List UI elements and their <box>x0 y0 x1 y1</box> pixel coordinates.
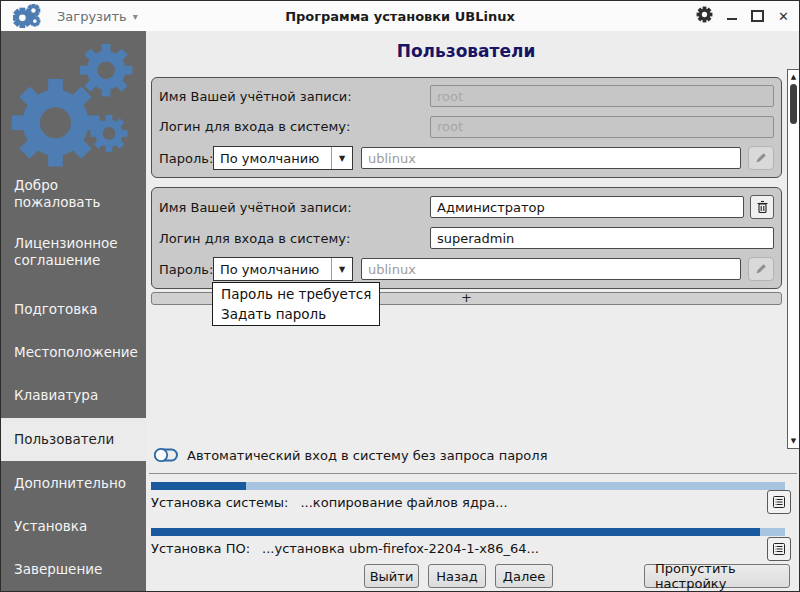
quit-button[interactable]: Выйти <box>364 564 419 588</box>
login-input <box>430 116 774 138</box>
titlebar: Загрузить ▾ Программа установки UBLinux … <box>1 1 799 32</box>
journal-icon <box>772 542 786 556</box>
sidebar-item-installation[interactable]: Установка <box>14 518 132 535</box>
combo-arrow-icon[interactable]: ▼ <box>331 147 352 169</box>
menu-item-no-password[interactable]: Пароль не требуется <box>213 284 379 304</box>
software-progress-label: Установка ПО: <box>151 541 250 556</box>
load-menu-button[interactable]: Загрузить ▾ <box>57 9 138 24</box>
account-name-input <box>430 85 774 107</box>
login-label: Логин для входа в систему: <box>159 231 430 246</box>
password-input <box>361 258 741 280</box>
password-mode-menu: Пароль не требуется Задать пароль <box>212 282 380 326</box>
system-progress-row: Установка системы:...копирование файлов … <box>151 495 508 510</box>
password-input <box>361 147 741 169</box>
scrollbar-thumb[interactable] <box>790 84 797 124</box>
sidebar-item-license[interactable]: Лицензионное соглашение <box>14 235 132 269</box>
system-progressbar <box>151 482 785 490</box>
autologin-row: Автоматический вход в систему без запрос… <box>153 447 547 463</box>
sidebar-item-location[interactable]: Местоположение <box>14 344 132 361</box>
close-button[interactable]: ✕ <box>778 10 789 23</box>
software-progressbar <box>151 528 785 536</box>
password-mode-select-open[interactable]: По умолчанию ▼ <box>213 257 353 281</box>
system-log-button[interactable] <box>767 490 791 514</box>
delete-user-button[interactable] <box>750 195 774 219</box>
user-card-root: Имя Вашей учётной записи: Логин для вход… <box>151 77 782 178</box>
sidebar-item-users[interactable]: Пользователи <box>1 418 146 461</box>
vertical-scrollbar[interactable]: ▲ ▼ <box>787 69 800 449</box>
toggle-off-icon[interactable] <box>153 447 179 463</box>
sidebar-item-welcome[interactable]: Добро пожаловать <box>14 177 132 211</box>
password-label: Пароль: <box>159 262 213 277</box>
load-menu-label: Загрузить <box>57 9 127 24</box>
minimize-button[interactable] <box>727 18 737 20</box>
gears-logo-icon <box>7 39 139 189</box>
trash-icon <box>756 200 769 214</box>
password-label: Пароль: <box>159 151 213 166</box>
account-name-input[interactable] <box>430 196 744 218</box>
scroll-down-icon[interactable]: ▼ <box>788 437 799 445</box>
account-name-label: Имя Вашей учётной записи: <box>159 200 430 215</box>
maximize-button[interactable] <box>751 10 764 22</box>
skip-setup-button[interactable]: Пропустить настройку <box>644 564 790 588</box>
sidebar-item-users-label: Пользователи <box>1 431 114 448</box>
edit-password-button[interactable] <box>748 257 774 281</box>
divider <box>149 473 797 474</box>
software-progress-status: ...установка ubm-firefox-2204-1-x86_64..… <box>262 541 539 556</box>
chevron-down-icon: ▾ <box>133 11 138 22</box>
sidebar-item-keyboard[interactable]: Клавиатура <box>14 387 132 404</box>
main-area: Пользователи ▲ ▼ Имя Вашей учётной запис… <box>146 31 799 591</box>
combo-arrow-icon[interactable]: ▼ <box>331 258 352 280</box>
software-progress-row: Установка ПО:...установка ubm-firefox-22… <box>151 541 539 556</box>
scroll-up-icon[interactable]: ▲ <box>788 73 799 81</box>
journal-icon <box>772 495 786 509</box>
edit-password-button[interactable] <box>748 146 774 170</box>
password-mode-select[interactable]: По умолчанию ▼ <box>213 146 353 170</box>
settings-gear-icon[interactable] <box>696 6 713 27</box>
software-log-button[interactable] <box>767 537 791 561</box>
sidebar: Добро пожаловать Лицензионное соглашение… <box>1 31 147 591</box>
login-label: Логин для входа в систему: <box>159 119 430 134</box>
user-card-admin: Имя Вашей учётной записи: Ло <box>151 187 782 289</box>
next-button[interactable]: Далее <box>495 564 553 588</box>
app-logo-icon <box>13 4 41 28</box>
installer-window: Загрузить ▾ Программа установки UBLinux … <box>0 0 800 592</box>
system-progress-fill <box>151 482 246 490</box>
password-mode-value: По умолчанию <box>214 262 331 277</box>
pencil-icon <box>754 262 768 276</box>
sidebar-item-finish[interactable]: Завершение <box>14 561 132 578</box>
system-progress-label: Установка системы: <box>151 495 288 510</box>
sidebar-item-preparation[interactable]: Подготовка <box>14 301 132 318</box>
software-progress-fill <box>151 528 760 536</box>
system-progress-status: ...копирование файлов ядра... <box>300 495 507 510</box>
sidebar-item-additional[interactable]: Дополнительно <box>14 475 132 492</box>
account-name-label: Имя Вашей учётной записи: <box>159 89 430 104</box>
back-button[interactable]: Назад <box>428 564 486 588</box>
password-mode-value: По умолчанию <box>214 151 331 166</box>
pencil-icon <box>754 151 768 165</box>
autologin-label: Автоматический вход в систему без запрос… <box>187 448 547 463</box>
login-input[interactable] <box>430 227 774 249</box>
menu-item-set-password[interactable]: Задать пароль <box>213 304 379 324</box>
page-title: Пользователи <box>146 41 786 61</box>
titlebar-controls: ✕ <box>696 6 789 27</box>
